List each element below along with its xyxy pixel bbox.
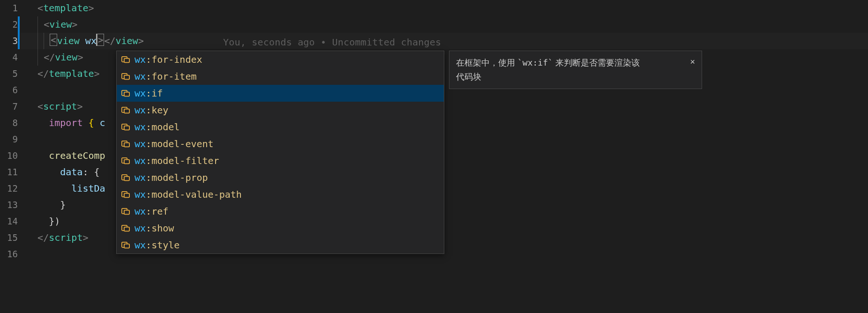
line-number: 6 xyxy=(0,82,18,98)
line-number: 5 xyxy=(0,66,18,82)
svg-rect-15 xyxy=(124,177,129,181)
suggestion-item[interactable]: wx:if xyxy=(117,85,444,102)
suggestion-label: wx:model-filter xyxy=(135,155,219,166)
suggestion-item[interactable]: wx:for-item xyxy=(117,68,444,85)
suggestion-item[interactable]: wx:model-prop xyxy=(117,169,444,186)
svg-rect-5 xyxy=(124,92,129,97)
suggestion-documentation: × 在框架中，使用 `wx:if` 来判断是否需要渲染该 代码块 xyxy=(449,51,702,89)
suggestion-label: wx:model-event xyxy=(135,138,214,149)
suggestion-item[interactable]: wx:model-filter xyxy=(117,152,444,169)
suggestion-item[interactable]: wx:model xyxy=(117,119,444,135)
line-number: 12 xyxy=(0,180,18,197)
svg-rect-3 xyxy=(124,75,129,80)
property-icon xyxy=(120,207,131,216)
suggestion-label: wx:ref xyxy=(135,206,168,217)
code-line[interactable]: <view> xyxy=(26,16,868,33)
property-icon xyxy=(120,105,131,115)
suggestion-label: wx:key xyxy=(135,104,168,116)
line-number: 7 xyxy=(0,98,18,115)
suggestion-label: wx:model-value-path xyxy=(135,189,242,200)
line-number: 8 xyxy=(0,115,18,131)
property-icon xyxy=(120,156,131,165)
suggestion-label: wx:style xyxy=(135,239,180,251)
line-number: 11 xyxy=(0,164,18,180)
svg-rect-21 xyxy=(124,227,129,231)
suggestion-item[interactable]: wx:key xyxy=(117,102,444,119)
property-icon xyxy=(120,55,131,64)
line-number: 9 xyxy=(0,131,18,148)
line-number: 3 xyxy=(0,33,18,49)
svg-rect-17 xyxy=(124,194,129,198)
line-number: 16 xyxy=(0,246,18,262)
doc-text: 在框架中，使用 `wx:if` 来判断是否需要渲染该 xyxy=(456,58,640,67)
line-number: 13 xyxy=(0,197,18,213)
suggestion-label: wx:for-item xyxy=(135,71,196,82)
svg-rect-7 xyxy=(124,109,129,113)
git-blame-annotation: You, seconds ago • Uncommitted changes xyxy=(223,34,441,51)
suggestion-label: wx:model-prop xyxy=(135,172,208,183)
property-icon xyxy=(120,190,131,199)
modified-indicator xyxy=(18,16,20,49)
property-icon xyxy=(120,139,131,149)
property-icon xyxy=(120,173,131,182)
suggestion-item[interactable]: wx:model-value-path xyxy=(117,186,444,203)
property-icon xyxy=(120,224,131,233)
suggestion-item[interactable]: wx:style xyxy=(117,237,444,253)
property-icon xyxy=(120,240,131,250)
svg-rect-1 xyxy=(124,59,129,63)
svg-rect-11 xyxy=(124,143,129,147)
line-number: 10 xyxy=(0,148,18,164)
suggestion-item[interactable]: wx:model-event xyxy=(117,135,444,152)
svg-rect-13 xyxy=(124,160,129,164)
suggestion-item[interactable]: wx:ref xyxy=(117,203,444,220)
suggestion-label: wx:for-index xyxy=(135,54,202,65)
property-icon xyxy=(120,122,131,132)
svg-rect-19 xyxy=(124,210,129,215)
suggestion-label: wx:if xyxy=(135,88,163,99)
suggestion-label: wx:show xyxy=(135,223,174,234)
property-icon xyxy=(120,89,131,98)
svg-rect-9 xyxy=(124,126,129,130)
autocomplete-popup[interactable]: wx:for-indexwx:for-itemwx:ifwx:keywx:mod… xyxy=(116,51,444,254)
line-number: 15 xyxy=(0,230,18,246)
suggestion-item[interactable]: wx:show xyxy=(117,220,444,237)
property-icon xyxy=(120,72,131,81)
doc-text: 代码块 xyxy=(456,72,481,82)
line-number: 2 xyxy=(0,16,18,33)
close-icon[interactable]: × xyxy=(687,54,698,70)
line-number: 14 xyxy=(0,213,18,230)
suggestion-item[interactable]: wx:for-index xyxy=(117,51,444,68)
svg-rect-23 xyxy=(124,244,129,248)
code-line[interactable]: <template> xyxy=(26,0,868,16)
line-number: 1 xyxy=(0,0,18,16)
suggestion-label: wx:model xyxy=(135,121,180,133)
line-number: 4 xyxy=(0,49,18,66)
